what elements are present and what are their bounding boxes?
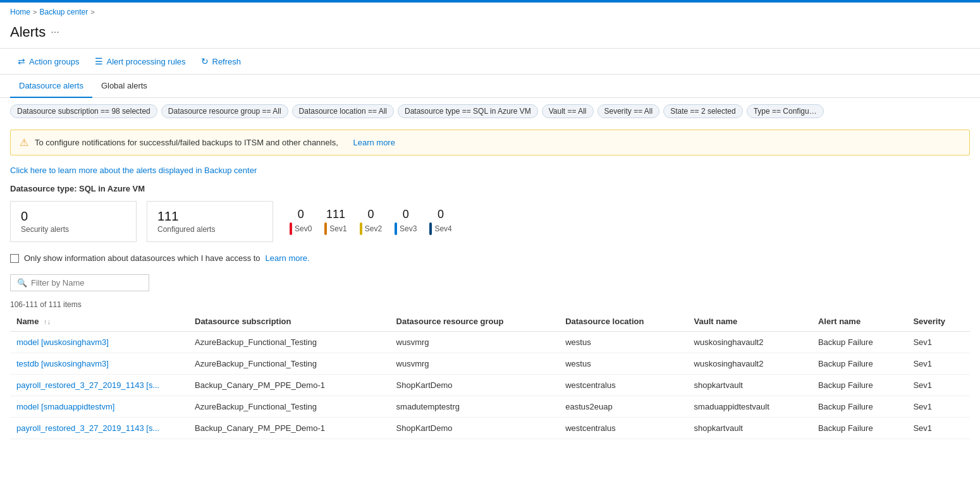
alerts-table: Name ↑↓ Datasource subscription Datasour… bbox=[10, 312, 970, 439]
row-location: eastus2euap bbox=[559, 396, 687, 418]
sev2-bar bbox=[360, 222, 362, 235]
breadcrumb: Home > Backup center > bbox=[0, 3, 980, 21]
row-subscription: AzureBackup_Functional_Testing bbox=[188, 396, 390, 418]
filter-by-name-container[interactable]: 🔍 bbox=[10, 274, 149, 291]
row-name[interactable]: model [wuskosinghavm3] bbox=[10, 332, 188, 353]
sev-metrics: 0 Sev0 111 Sev1 0 Sev2 bbox=[290, 208, 452, 235]
row-location: westcentralus bbox=[559, 418, 687, 439]
filter-location[interactable]: Datasource location == All bbox=[292, 104, 394, 118]
sev0-num: 0 bbox=[298, 208, 304, 221]
page-menu-icon[interactable]: ··· bbox=[51, 27, 59, 38]
page-title: Alerts bbox=[10, 24, 46, 40]
row-name[interactable]: model [smaduappidtestvm] bbox=[10, 396, 188, 418]
info-learn-more-link[interactable]: Click here to learn more about the alert… bbox=[0, 161, 980, 180]
table-row: testdb [wuskosinghavm3] AzureBackup_Func… bbox=[10, 353, 970, 375]
refresh-label: Refresh bbox=[212, 57, 242, 66]
row-location: westus bbox=[559, 353, 687, 375]
action-groups-icon: ⇄ bbox=[18, 56, 25, 66]
security-alerts-num: 0 bbox=[21, 209, 126, 224]
filter-resource-group[interactable]: Datasource resource group == All bbox=[161, 104, 288, 118]
breadcrumb-backup-center[interactable]: Backup center bbox=[39, 8, 88, 16]
row-alert-name: Backup Failure bbox=[812, 375, 907, 396]
sev2-item[interactable]: 0 Sev2 bbox=[360, 208, 382, 235]
row-subscription: Backup_Canary_PM_PPE_Demo-1 bbox=[188, 375, 390, 396]
row-alert-name: Backup Failure bbox=[812, 332, 907, 353]
row-resource-group: ShopKartDemo bbox=[390, 418, 560, 439]
page-header: Alerts ··· bbox=[0, 21, 980, 48]
row-alert-name: Backup Failure bbox=[812, 418, 907, 439]
col-severity: Severity bbox=[907, 312, 970, 332]
refresh-button[interactable]: ↻ Refresh bbox=[193, 52, 249, 70]
sev4-item[interactable]: 0 Sev4 bbox=[429, 208, 451, 235]
col-location: Datasource location bbox=[559, 312, 687, 332]
item-count: 106-111 of 111 items bbox=[0, 298, 980, 312]
only-show-checkbox[interactable] bbox=[10, 254, 19, 263]
breadcrumb-home[interactable]: Home bbox=[10, 8, 30, 16]
only-show-row: Only show information about datasources … bbox=[0, 248, 980, 268]
row-severity: Sev1 bbox=[907, 396, 970, 418]
table-container: Name ↑↓ Datasource subscription Datasour… bbox=[0, 312, 980, 439]
row-resource-group: wusvmrg bbox=[390, 353, 560, 375]
sev1-item[interactable]: 111 Sev1 bbox=[324, 208, 346, 235]
sev3-label: Sev3 bbox=[400, 224, 417, 233]
filter-state[interactable]: State == 2 selected bbox=[663, 104, 742, 118]
sev4-bar bbox=[429, 222, 432, 235]
filter-input-row: 🔍 bbox=[0, 268, 980, 298]
sev1-label: Sev1 bbox=[329, 224, 346, 233]
filter-vault[interactable]: Vault == All bbox=[542, 104, 594, 118]
only-show-text: Only show information about datasources … bbox=[24, 253, 260, 263]
sev4-num: 0 bbox=[438, 208, 444, 221]
row-severity: Sev1 bbox=[907, 418, 970, 439]
row-vault-name: wuskosinghavault2 bbox=[688, 332, 812, 353]
col-resource-group: Datasource resource group bbox=[390, 312, 560, 332]
sev1-num: 111 bbox=[326, 208, 345, 221]
row-name[interactable]: payroll_restored_3_27_2019_1143 [s... bbox=[10, 375, 188, 396]
configured-alerts-num: 111 bbox=[157, 209, 262, 224]
filter-severity[interactable]: Severity == All bbox=[597, 104, 660, 118]
filter-datasource-type[interactable]: Datasource type == SQL in Azure VM bbox=[398, 104, 538, 118]
configured-alerts-card[interactable]: 111 Configured alerts bbox=[147, 201, 273, 242]
table-row: payroll_restored_3_27_2019_1143 [s... Ba… bbox=[10, 418, 970, 439]
row-vault-name: wuskosinghavault2 bbox=[688, 353, 812, 375]
security-alerts-card[interactable]: 0 Security alerts bbox=[10, 201, 137, 242]
sev3-bar bbox=[395, 222, 397, 235]
search-icon: 🔍 bbox=[17, 278, 27, 288]
filter-type[interactable]: Type == Configu… bbox=[747, 104, 824, 118]
sev2-num: 0 bbox=[367, 208, 374, 221]
row-resource-group: smadutemptestrg bbox=[390, 396, 560, 418]
row-severity: Sev1 bbox=[907, 375, 970, 396]
col-subscription: Datasource subscription bbox=[188, 312, 390, 332]
warning-learn-more-link[interactable]: Learn more bbox=[353, 138, 395, 147]
tabs-bar: Datasource alerts Global alerts bbox=[0, 75, 980, 98]
sev2-label: Sev2 bbox=[365, 224, 382, 233]
filter-subscription[interactable]: Datasource subscription == 98 selected bbox=[10, 104, 157, 118]
row-resource-group: wusvmrg bbox=[390, 332, 560, 353]
sev3-item[interactable]: 0 Sev3 bbox=[395, 208, 417, 235]
row-alert-name: Backup Failure bbox=[812, 396, 907, 418]
sev0-item[interactable]: 0 Sev0 bbox=[290, 208, 312, 235]
table-row: payroll_restored_3_27_2019_1143 [s... Ba… bbox=[10, 375, 970, 396]
row-subscription: Backup_Canary_PM_PPE_Demo-1 bbox=[188, 418, 390, 439]
configured-alerts-label: Configured alerts bbox=[157, 225, 262, 234]
action-groups-label: Action groups bbox=[29, 57, 80, 66]
only-show-learn-more[interactable]: Learn more. bbox=[266, 253, 310, 263]
row-name[interactable]: testdb [wuskosinghavm3] bbox=[10, 353, 188, 375]
col-name[interactable]: Name ↑↓ bbox=[10, 312, 188, 332]
tab-global-alerts[interactable]: Global alerts bbox=[92, 75, 156, 98]
toolbar: ⇄ Action groups ☰ Alert processing rules… bbox=[0, 48, 980, 75]
alert-processing-rules-button[interactable]: ☰ Alert processing rules bbox=[87, 52, 193, 70]
sort-icon: ↑↓ bbox=[44, 318, 51, 325]
tab-datasource-alerts[interactable]: Datasource alerts bbox=[10, 75, 92, 98]
row-subscription: AzureBackup_Functional_Testing bbox=[188, 353, 390, 375]
filter-by-name-input[interactable] bbox=[31, 278, 142, 288]
row-vault-name: shopkartvault bbox=[688, 418, 812, 439]
row-alert-name: Backup Failure bbox=[812, 353, 907, 375]
table-row: model [smaduappidtestvm] AzureBackup_Fun… bbox=[10, 396, 970, 418]
row-subscription: AzureBackup_Functional_Testing bbox=[188, 332, 390, 353]
action-groups-button[interactable]: ⇄ Action groups bbox=[10, 52, 87, 70]
sev4-label: Sev4 bbox=[434, 224, 451, 233]
datasource-type-label: Datasource type: SQL in Azure VM bbox=[0, 180, 980, 197]
row-vault-name: shopkartvault bbox=[688, 375, 812, 396]
alert-processing-rules-label: Alert processing rules bbox=[107, 57, 186, 66]
row-name[interactable]: payroll_restored_3_27_2019_1143 [s... bbox=[10, 418, 188, 439]
